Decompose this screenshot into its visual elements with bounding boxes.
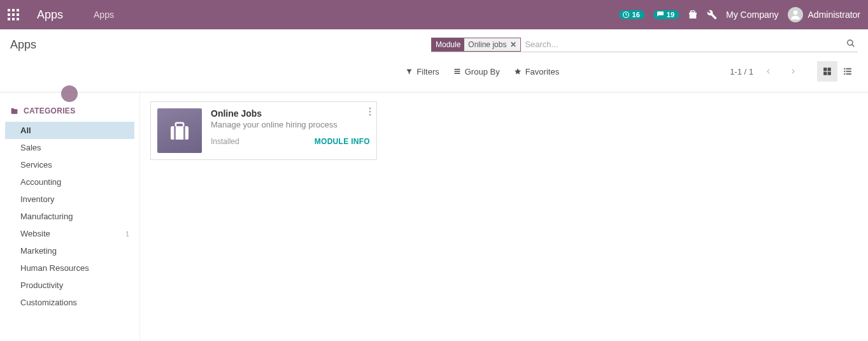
svg-rect-29	[171, 126, 189, 140]
favorites-label: Favorites	[525, 67, 559, 76]
svg-rect-23	[846, 71, 851, 72]
svg-rect-8	[17, 18, 19, 20]
category-item[interactable]: All	[5, 122, 134, 139]
category-label: Services	[20, 160, 52, 170]
pager-text: 1-1 / 1	[730, 67, 753, 76]
category-item[interactable]: Marketing	[0, 242, 139, 259]
group-by-button[interactable]: Group By	[453, 67, 500, 76]
decorative-bubble	[61, 85, 78, 102]
svg-point-27	[369, 111, 371, 113]
wrench-icon[interactable]	[707, 10, 717, 20]
facet-remove-icon[interactable]: ✕	[510, 40, 516, 49]
avatar-icon	[788, 7, 803, 22]
card-status: Installed	[211, 137, 239, 146]
control-bar: Apps Module Online jobs ✕	[0, 29, 868, 55]
svg-rect-16	[823, 68, 827, 71]
category-label: Productivity	[20, 280, 63, 290]
category-item[interactable]: Inventory	[0, 191, 139, 208]
svg-rect-14	[454, 71, 460, 72]
category-item[interactable]: Human Resources	[0, 259, 139, 277]
group-by-label: Group By	[465, 67, 500, 76]
user-menu[interactable]: Administrator	[788, 7, 860, 22]
filters-button[interactable]: Filters	[406, 67, 439, 76]
search-input[interactable]	[523, 37, 844, 52]
category-label: All	[20, 126, 31, 135]
category-label: Website	[20, 229, 50, 238]
activities-count: 16	[632, 11, 640, 18]
category-item[interactable]: Manufacturing	[0, 208, 139, 225]
svg-point-28	[369, 114, 371, 116]
category-label: Human Resources	[20, 263, 89, 273]
svg-rect-25	[846, 73, 851, 75]
svg-rect-32	[183, 126, 185, 140]
category-label: Accounting	[20, 177, 61, 187]
card-menu-icon[interactable]	[369, 107, 371, 118]
list-view-button[interactable]	[837, 61, 858, 82]
app-card[interactable]: Online Jobs Manage your online hiring pr…	[150, 101, 377, 160]
category-item[interactable]: Productivity	[0, 277, 139, 294]
svg-rect-4	[12, 13, 15, 16]
nav-right: 16 19 My Company Administrator	[619, 7, 860, 22]
svg-point-10	[793, 10, 797, 15]
search-facet: Module Online jobs ✕	[431, 38, 521, 52]
apps-menu-icon[interactable]	[8, 9, 19, 20]
svg-rect-22	[844, 71, 845, 72]
content: CATEGORIES AllSalesServicesAccountingInv…	[0, 92, 868, 341]
favorites-button[interactable]: Favorites	[514, 67, 559, 76]
app-title: Apps	[37, 8, 63, 22]
pager-next-icon[interactable]	[784, 62, 802, 80]
toolbar-right: Filters Group By Favorites 1-1 / 1	[406, 61, 858, 82]
svg-rect-19	[828, 72, 831, 75]
svg-rect-17	[828, 68, 831, 71]
svg-rect-2	[17, 9, 19, 11]
module-info-link[interactable]: MODULE INFO	[315, 137, 370, 146]
kanban-view-button[interactable]	[817, 61, 837, 82]
category-item[interactable]: Services	[0, 156, 139, 173]
user-name: Administrator	[808, 10, 860, 20]
sidebar-header-text: CATEGORIES	[24, 106, 75, 115]
category-label: Inventory	[20, 194, 54, 204]
activities-pill[interactable]: 16	[619, 10, 644, 19]
company-name[interactable]: My Company	[726, 10, 778, 20]
nav-left: Apps Apps	[8, 8, 114, 22]
breadcrumb: Apps	[10, 38, 36, 52]
category-label: Customizations	[20, 298, 77, 307]
svg-point-11	[848, 40, 853, 45]
svg-rect-7	[12, 18, 15, 20]
category-count: 1	[125, 230, 129, 238]
svg-rect-30	[176, 123, 183, 127]
pager: 1-1 / 1	[730, 62, 802, 80]
filter-group: Filters Group By Favorites	[406, 67, 559, 76]
card-title: Online Jobs	[211, 108, 370, 119]
pager-prev-icon[interactable]	[760, 62, 778, 80]
svg-line-12	[852, 45, 855, 47]
sidebar: CATEGORIES AllSalesServicesAccountingInv…	[0, 92, 140, 341]
category-label: Sales	[20, 143, 41, 152]
filters-label: Filters	[416, 67, 439, 76]
view-switcher	[817, 61, 858, 82]
svg-rect-18	[823, 72, 827, 75]
category-item[interactable]: Sales	[0, 139, 139, 156]
suitcase-icon	[157, 108, 202, 153]
svg-rect-1	[12, 9, 15, 11]
card-body: Online Jobs Manage your online hiring pr…	[211, 108, 370, 153]
search-icon[interactable]	[844, 39, 858, 50]
messages-pill[interactable]: 19	[653, 10, 679, 19]
facet-value-text: Online jobs	[468, 40, 506, 49]
svg-rect-13	[454, 69, 460, 70]
category-item[interactable]: Website1	[0, 225, 139, 242]
svg-rect-6	[8, 18, 10, 20]
category-item[interactable]: Customizations	[0, 294, 139, 311]
svg-rect-5	[17, 13, 19, 16]
gift-icon[interactable]	[688, 10, 698, 20]
svg-rect-24	[844, 73, 845, 75]
svg-rect-21	[846, 68, 851, 69]
category-item[interactable]: Accounting	[0, 173, 139, 191]
navbar: Apps Apps 16 19 My Company Administrator	[0, 0, 868, 29]
nav-link-apps[interactable]: Apps	[94, 10, 114, 20]
svg-rect-0	[8, 9, 10, 11]
card-footer: Installed MODULE INFO	[211, 137, 370, 146]
toolbar: Filters Group By Favorites 1-1 / 1	[0, 55, 868, 92]
svg-rect-15	[454, 73, 460, 75]
facet-value: Online jobs ✕	[464, 38, 520, 51]
